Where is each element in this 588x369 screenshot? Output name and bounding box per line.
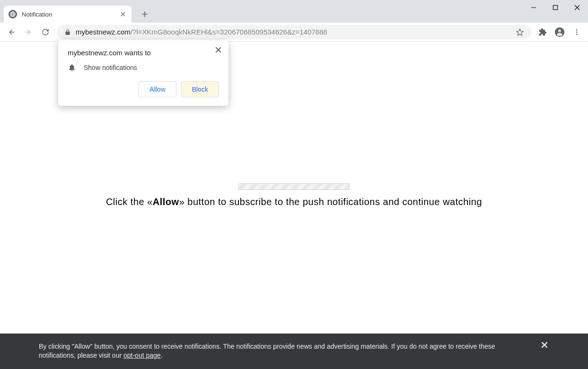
tab-close-button[interactable] <box>119 10 127 18</box>
consent-banner: By clicking "Allow" button, you consent … <box>0 334 588 369</box>
maximize-button[interactable] <box>544 0 566 15</box>
popup-close-button[interactable] <box>213 45 223 54</box>
popup-buttons: Allow Block <box>68 81 219 97</box>
forward-button[interactable] <box>20 24 37 41</box>
browser-tab[interactable]: Notification <box>4 6 132 23</box>
banner-close-button[interactable] <box>540 340 549 350</box>
popup-request-row: Show notifications <box>68 63 219 72</box>
address-bar[interactable]: mybestnewz.com/?l=XKmG8ooqkNkREHl&s=3206… <box>57 25 531 39</box>
svg-rect-0 <box>553 6 558 10</box>
reload-button[interactable] <box>37 24 54 41</box>
tab-strip-bar: Notification <box>0 0 588 23</box>
instruction-bold: Allow <box>153 197 179 207</box>
instruction-suffix: » button to subscribe to the push notifi… <box>179 197 482 207</box>
minimize-button[interactable] <box>523 0 544 15</box>
url-path: /?l=XKmG8ooqkNkREHl&s=32067068509534626&… <box>131 28 327 36</box>
svg-point-3 <box>576 29 578 31</box>
window-controls <box>523 0 588 15</box>
banner-text-part2: . <box>161 352 163 359</box>
back-button[interactable] <box>3 24 20 41</box>
block-button[interactable]: Block <box>181 81 219 97</box>
page-center-content: Click the «Allow» button to subscribe to… <box>0 183 588 207</box>
lock-icon[interactable] <box>61 26 74 38</box>
menu-dots-icon[interactable] <box>568 24 585 41</box>
svg-point-5 <box>576 34 578 35</box>
banner-text-part1: By clicking "Allow" button, you consent … <box>39 343 495 360</box>
tab-title: Notification <box>22 11 119 18</box>
popup-title: mybestnewz.com wants to <box>68 49 219 57</box>
svg-point-2 <box>558 29 561 32</box>
fake-progress-bar <box>238 183 350 190</box>
window-close-button[interactable] <box>566 0 588 15</box>
bookmark-star-icon[interactable] <box>513 26 527 39</box>
instruction-text: Click the «Allow» button to subscribe to… <box>106 197 482 207</box>
globe-icon <box>9 10 17 18</box>
instruction-prefix: Click the « <box>106 197 153 207</box>
browser-toolbar: mybestnewz.com/?l=XKmG8ooqkNkREHl&s=3206… <box>0 23 588 42</box>
page-content: mybestnewz.com wants to Show notificatio… <box>0 42 588 369</box>
popup-request-label: Show notifications <box>84 64 137 71</box>
new-tab-button[interactable] <box>138 8 151 21</box>
url-domain: mybestnewz.com <box>76 28 131 36</box>
banner-text: By clicking "Allow" button, you consent … <box>39 342 526 360</box>
profile-icon[interactable] <box>551 24 568 41</box>
svg-point-4 <box>576 31 578 33</box>
notification-permission-popup: mybestnewz.com wants to Show notificatio… <box>58 40 228 106</box>
bell-icon <box>68 63 76 72</box>
tab-strip: Notification <box>0 0 151 23</box>
opt-out-link[interactable]: opt-out page <box>123 352 161 359</box>
url-text: mybestnewz.com/?l=XKmG8ooqkNkREHl&s=3206… <box>76 28 327 36</box>
allow-button[interactable]: Allow <box>139 81 176 97</box>
extensions-icon[interactable] <box>534 24 551 41</box>
